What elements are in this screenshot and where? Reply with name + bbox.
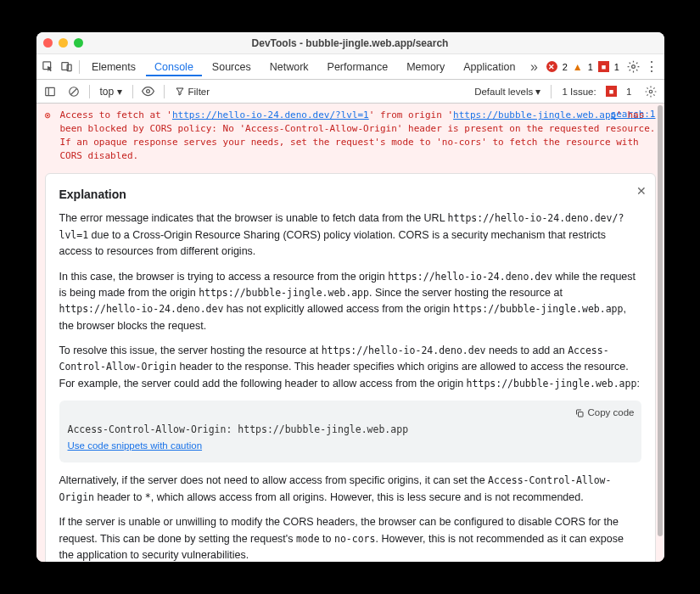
filter-icon: [175, 87, 185, 97]
clear-console-icon[interactable]: [64, 81, 84, 102]
issue-count: 1: [614, 62, 619, 72]
svg-point-9: [649, 90, 652, 93]
console-settings-icon[interactable]: [641, 81, 661, 102]
explanation-paragraph: In this case, the browser is trying to a…: [59, 269, 641, 335]
panel-title: Explanation: [59, 186, 641, 205]
explanation-paragraph: To resolve this issue, the server hostin…: [59, 343, 641, 392]
error-count: 2: [563, 62, 568, 72]
devtools-tabs: Elements Console Sources Network Perform…: [36, 54, 664, 80]
warning-count: 1: [588, 62, 593, 72]
code-caution-link[interactable]: Use code snippets with caution: [68, 440, 203, 451]
explanation-paragraph: The error message indicates that the bro…: [59, 210, 641, 260]
filter-input[interactable]: Filter: [170, 87, 216, 97]
error-icon: ✕: [546, 61, 557, 72]
tab-sources[interactable]: Sources: [204, 58, 260, 76]
device-icon[interactable]: [59, 57, 76, 77]
window-title: DevTools - bubble-jingle.web.app/search: [36, 37, 664, 49]
console-output: search:1 Access to fetch at 'https://hel…: [36, 104, 664, 562]
log-levels-selector[interactable]: Default levels ▾: [469, 86, 546, 98]
kebab-icon[interactable]: ⋮: [643, 57, 660, 77]
context-selector[interactable]: top ▾: [95, 86, 127, 98]
copy-code-button[interactable]: Copy code: [574, 406, 635, 421]
issues-link[interactable]: 1 Issue: ■ 1: [557, 86, 636, 97]
explanation-paragraph: Alternatively, if the server does not ne…: [59, 473, 641, 506]
copy-icon: [574, 408, 585, 418]
status-badges: ✕2 ▲1 ■1: [546, 61, 619, 73]
settings-icon[interactable]: [624, 57, 641, 77]
warning-icon: ▲: [573, 61, 583, 73]
tab-application[interactable]: Application: [455, 58, 524, 76]
sidebar-toggle-icon[interactable]: [40, 81, 60, 102]
issue-icon: ■: [606, 86, 617, 97]
tab-performance[interactable]: Performance: [319, 58, 397, 76]
svg-point-3: [631, 65, 635, 69]
tab-network[interactable]: Network: [261, 58, 317, 76]
svg-rect-10: [578, 412, 583, 417]
tab-memory[interactable]: Memory: [398, 58, 453, 76]
code-content: Access-Control-Allow-Origin: https://bub…: [68, 407, 633, 438]
inspect-icon[interactable]: [40, 57, 57, 77]
svg-line-7: [70, 88, 76, 94]
close-icon[interactable]: ✕: [636, 182, 647, 201]
error-url-1[interactable]: https://hello-io-24.deno.dev/?lvl=1: [172, 109, 369, 120]
console-toolbar: top ▾ Filter Default levels ▾ 1 Issue: ■…: [36, 80, 664, 104]
issue-icon: ■: [598, 61, 609, 72]
code-example: Copy code Access-Control-Allow-Origin: h…: [59, 401, 641, 462]
console-error-line: Access to fetch at 'https://hello-io-24.…: [36, 104, 664, 168]
explanation-panel: ✕ Explanation The error message indicate…: [45, 173, 656, 562]
explanation-paragraph: If the server is unable or unwilling to …: [59, 514, 641, 562]
eye-icon[interactable]: [138, 81, 159, 102]
tab-elements[interactable]: Elements: [83, 58, 144, 76]
more-tabs-icon[interactable]: »: [525, 57, 542, 77]
error-url-2[interactable]: https://bubble-jingle.web.app: [453, 109, 616, 120]
svg-rect-4: [45, 87, 54, 95]
window-titlebar: DevTools - bubble-jingle.web.app/search: [36, 32, 664, 54]
svg-point-8: [147, 90, 150, 93]
devtools-window: DevTools - bubble-jingle.web.app/search …: [36, 32, 664, 562]
tab-console[interactable]: Console: [146, 58, 202, 76]
scrollbar[interactable]: [658, 105, 663, 536]
